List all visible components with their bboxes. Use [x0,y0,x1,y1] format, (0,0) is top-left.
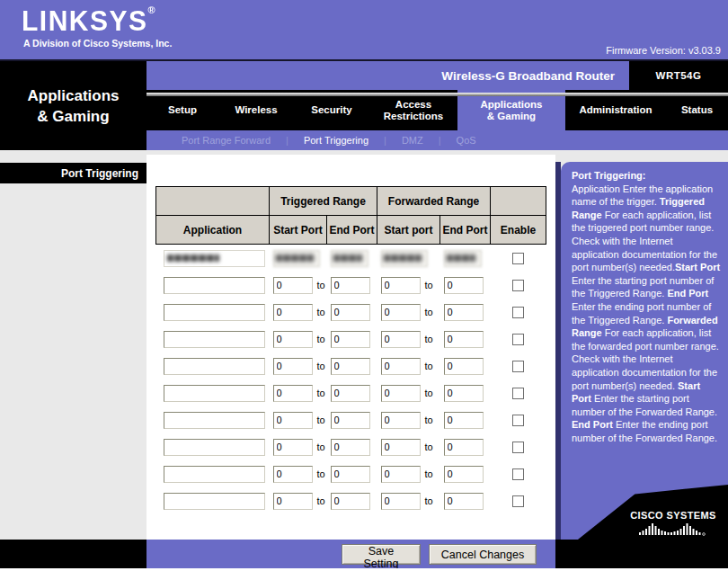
header: LINKSYS® A Division of Cisco Systems, In… [0,0,728,61]
fwd-start-input[interactable] [381,331,421,348]
fwd-end-input[interactable] [444,493,484,510]
enable-checkbox[interactable] [512,468,524,480]
trig-end-input[interactable] [331,385,370,402]
fwd-start-input[interactable] [381,277,421,294]
column-header-trig-start-port: Start Port [270,216,327,245]
fwd-start-input[interactable] [381,250,428,267]
trig-start-input[interactable] [273,466,313,483]
application-input[interactable] [164,412,265,429]
fwd-end-input[interactable] [444,304,484,321]
fwd-end-cell [440,326,491,352]
port-trigger-row: toto [156,433,546,460]
application-input[interactable] [164,493,265,510]
to-label: to [317,361,325,371]
trig-end-input[interactable] [331,250,368,267]
fwd-start-input[interactable] [381,385,421,402]
fwd-end-cell [440,487,491,514]
subtab-dmz[interactable]: DMZ [386,135,439,146]
to-label: to [425,307,433,317]
fwd-end-input[interactable] [444,358,484,375]
enable-checkbox[interactable] [512,280,524,291]
fwd-start-input[interactable] [381,439,421,456]
trig-end-input[interactable] [331,277,370,294]
application-input[interactable] [164,277,265,294]
trig-start-input[interactable] [273,385,313,402]
to-label: to [317,442,325,452]
trig-start-cell: to [270,352,327,379]
trig-end-input[interactable] [331,331,370,348]
enable-cell [491,245,546,272]
trig-end-input[interactable] [331,304,370,321]
trig-end-input[interactable] [331,439,370,456]
trig-start-cell: to [270,272,327,299]
help-keyword: End Port [572,419,613,430]
subtab-qos[interactable]: QoS [441,135,492,146]
trig-end-input[interactable] [331,358,370,375]
enable-checkbox[interactable] [512,442,524,453]
application-input[interactable] [164,385,265,402]
subtab-port-triggering[interactable]: Port Triggering [289,135,384,146]
trig-start-input[interactable] [273,439,313,456]
fwd-end-input[interactable] [444,250,482,267]
fwd-end-input[interactable] [444,331,484,348]
application-input[interactable] [164,304,265,321]
application-input[interactable] [164,250,265,267]
enable-checkbox[interactable] [512,495,524,507]
application-input[interactable] [164,439,265,456]
trig-start-cell: to [270,460,327,487]
trig-start-input[interactable] [273,493,313,510]
subtab-port-range-forward[interactable]: Port Range Forward [166,135,286,146]
enable-checkbox[interactable] [512,388,524,399]
cancel-button[interactable]: Cancel Changes [429,544,537,565]
enable-checkbox[interactable] [512,334,524,345]
fwd-end-input[interactable] [444,412,484,429]
trig-start-input[interactable] [273,277,313,294]
fwd-start-input[interactable] [381,466,421,483]
trig-start-input[interactable] [273,412,313,429]
trig-start-input[interactable] [273,250,320,267]
enable-checkbox[interactable] [512,415,524,426]
bottom-left-band [0,540,146,568]
trig-start-cell: to [270,433,327,460]
application-input[interactable] [164,466,265,483]
fwd-start-input[interactable] [381,412,421,429]
trig-start-input[interactable] [273,358,313,375]
trig-start-input[interactable] [273,331,313,348]
enable-cell [491,460,546,487]
fwd-end-input[interactable] [444,466,484,483]
trig-start-input[interactable] [273,304,313,321]
enable-checkbox[interactable] [512,253,524,264]
column-header-fwd-start-port: Start port [377,216,440,245]
table-header: Triggered Range Forwarded Range Applicat… [156,187,546,245]
fwd-end-cell [440,352,491,379]
fwd-start-cell [377,245,440,272]
port-trigger-row: toto [156,487,546,514]
trig-end-cell [327,245,377,272]
enable-checkbox[interactable] [512,307,524,318]
division-tagline: A Division of Cisco Systems, Inc. [23,38,172,49]
application-cell [156,487,270,514]
help-keyword: End Port [667,288,708,299]
enable-checkbox[interactable] [512,361,524,372]
linksys-logo-text: LINKSYS [22,4,148,36]
fwd-start-cell: to [377,433,440,460]
trig-end-input[interactable] [331,466,370,483]
application-input[interactable] [164,358,265,375]
fwd-end-input[interactable] [444,439,484,456]
save-button[interactable]: Save Setting [342,544,421,565]
fwd-end-input[interactable] [444,277,484,294]
port-trigger-row [156,245,546,272]
trig-end-cell [327,379,377,406]
fwd-start-input[interactable] [381,493,421,510]
section-title: Applications & Gaming [27,85,119,127]
trig-end-input[interactable] [331,412,370,429]
fwd-start-input[interactable] [381,304,421,321]
fwd-end-input[interactable] [444,385,484,402]
trig-end-input[interactable] [331,493,370,510]
group-header-blank [156,187,270,216]
redacted-text [384,254,422,262]
fwd-start-input[interactable] [381,358,421,375]
application-input[interactable] [164,331,265,348]
trig-start-cell: to [270,406,327,433]
port-rows: totototototototototototototototototo [156,245,546,515]
